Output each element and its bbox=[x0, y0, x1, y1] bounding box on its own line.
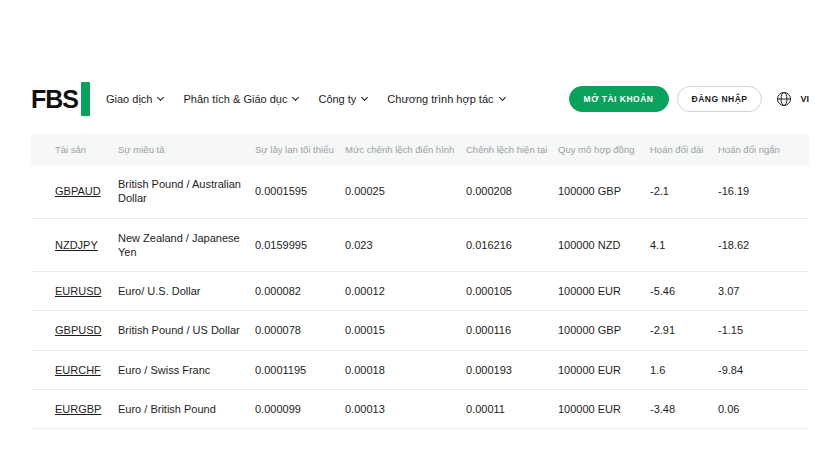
table-header-row: Tài sản Sự miêu tả Sự lây lan tối thiểu … bbox=[31, 134, 809, 165]
nav-item-chuong-trinh-hop-tac[interactable]: Chương trình hợp tác bbox=[387, 93, 504, 105]
contract-size-cell: 100000 GBP bbox=[558, 165, 650, 218]
swap-short-cell: -16.19 bbox=[718, 165, 809, 218]
swap-short-cell: -18.62 bbox=[718, 218, 809, 272]
fbs-logo[interactable]: FBS bbox=[31, 82, 90, 116]
table-row: GBPUSD British Pound / US Dollar 0.00007… bbox=[31, 311, 809, 350]
asset-link[interactable]: GBPUSD bbox=[55, 324, 101, 336]
spreads-table: Tài sản Sự miêu tả Sự lây lan tối thiểu … bbox=[31, 134, 809, 429]
asset-link[interactable]: GBPAUD bbox=[55, 185, 101, 197]
nav-item-label: Phân tích & Giáo dục bbox=[183, 93, 287, 105]
min-spread-cell: 0.0001595 bbox=[255, 165, 345, 218]
column-header-contract-size: Quy mô hợp đồng bbox=[558, 134, 650, 165]
asset-cell: NZDJPY bbox=[31, 218, 118, 272]
table-row: GBPAUD British Pound / Australian Dollar… bbox=[31, 165, 809, 218]
swap-long-cell: -2.1 bbox=[650, 165, 718, 218]
current-spread-cell: 0.000105 bbox=[466, 272, 558, 311]
asset-cell: EURCHF bbox=[31, 350, 118, 389]
open-account-button[interactable]: MỞ TÀI KHOẢN bbox=[569, 86, 669, 112]
description-cell: Euro/ U.S. Dollar bbox=[118, 272, 255, 311]
typical-spread-cell: 0.00013 bbox=[345, 390, 466, 429]
swap-long-cell: -2.91 bbox=[650, 311, 718, 350]
top-navigation: FBS Giao dịch Phân tích & Giáo dục Công … bbox=[31, 81, 809, 117]
typical-spread-cell: 0.023 bbox=[345, 218, 466, 272]
login-button[interactable]: ĐĂNG NHẬP bbox=[677, 86, 763, 112]
chevron-down-icon bbox=[292, 94, 299, 101]
contract-size-cell: 100000 GBP bbox=[558, 311, 650, 350]
chevron-down-icon bbox=[499, 94, 506, 101]
contract-size-cell: 100000 EUR bbox=[558, 350, 650, 389]
column-header-current-spread: Chênh lệch hiện tại bbox=[466, 134, 558, 165]
fbs-logo-text: FBS bbox=[31, 82, 78, 116]
asset-cell: GBPUSD bbox=[31, 311, 118, 350]
topbar-actions: MỞ TÀI KHOẢN ĐĂNG NHẬP VI bbox=[569, 86, 809, 112]
column-header-typical-spread: Mức chênh lệch điển hình bbox=[345, 134, 466, 165]
contract-size-cell: 100000 EUR bbox=[558, 390, 650, 429]
asset-cell: EURGBP bbox=[31, 390, 118, 429]
table-row: EURGBP Euro / British Pound 0.000099 0.0… bbox=[31, 390, 809, 429]
asset-link[interactable]: EURUSD bbox=[55, 285, 101, 297]
description-cell: New Zealand / Japanese Yen bbox=[118, 218, 255, 272]
main-nav: Giao dịch Phân tích & Giáo dục Công ty C… bbox=[106, 93, 505, 105]
nav-item-label: Công ty bbox=[318, 93, 356, 105]
swap-long-cell: 1.6 bbox=[650, 350, 718, 389]
swap-short-cell: 0.06 bbox=[718, 390, 809, 429]
nav-item-cong-ty[interactable]: Công ty bbox=[318, 93, 367, 105]
min-spread-cell: 0.0159995 bbox=[255, 218, 345, 272]
asset-link[interactable]: EURCHF bbox=[55, 364, 101, 376]
fbs-logo-green-bar bbox=[81, 82, 90, 116]
description-cell: British Pound / Australian Dollar bbox=[118, 165, 255, 218]
asset-cell: EURUSD bbox=[31, 272, 118, 311]
contract-size-cell: 100000 NZD bbox=[558, 218, 650, 272]
chevron-down-icon bbox=[157, 94, 164, 101]
current-spread-cell: 0.00011 bbox=[466, 390, 558, 429]
current-spread-cell: 0.000116 bbox=[466, 311, 558, 350]
contract-size-cell: 100000 EUR bbox=[558, 272, 650, 311]
column-header-swap-short: Hoán đổi ngắn bbox=[718, 134, 809, 165]
min-spread-cell: 0.000078 bbox=[255, 311, 345, 350]
column-header-swap-long: Hoán đổi dài bbox=[650, 134, 718, 165]
globe-icon[interactable] bbox=[776, 91, 792, 107]
typical-spread-cell: 0.00018 bbox=[345, 350, 466, 389]
min-spread-cell: 0.000099 bbox=[255, 390, 345, 429]
typical-spread-cell: 0.00012 bbox=[345, 272, 466, 311]
typical-spread-cell: 0.00025 bbox=[345, 165, 466, 218]
chevron-down-icon bbox=[361, 94, 368, 101]
asset-link[interactable]: NZDJPY bbox=[55, 239, 98, 251]
column-header-description: Sự miêu tả bbox=[118, 134, 255, 165]
current-spread-cell: 0.016216 bbox=[466, 218, 558, 272]
current-spread-cell: 0.000208 bbox=[466, 165, 558, 218]
asset-cell: GBPAUD bbox=[31, 165, 118, 218]
table-row: EURUSD Euro/ U.S. Dollar 0.000082 0.0001… bbox=[31, 272, 809, 311]
description-cell: Euro / British Pound bbox=[118, 390, 255, 429]
table-row: NZDJPY New Zealand / Japanese Yen 0.0159… bbox=[31, 218, 809, 272]
nav-item-label: Giao dịch bbox=[106, 93, 152, 105]
description-cell: Euro / Swiss Franc bbox=[118, 350, 255, 389]
description-cell: British Pound / US Dollar bbox=[118, 311, 255, 350]
typical-spread-cell: 0.00015 bbox=[345, 311, 466, 350]
swap-long-cell: -3.48 bbox=[650, 390, 718, 429]
asset-link[interactable]: EURGBP bbox=[55, 403, 101, 415]
swap-short-cell: -1.15 bbox=[718, 311, 809, 350]
min-spread-cell: 0.000082 bbox=[255, 272, 345, 311]
column-header-asset: Tài sản bbox=[31, 134, 118, 165]
nav-item-label: Chương trình hợp tác bbox=[387, 93, 493, 105]
swap-short-cell: 3.07 bbox=[718, 272, 809, 311]
swap-long-cell: 4.1 bbox=[650, 218, 718, 272]
language-label[interactable]: VI bbox=[800, 94, 809, 104]
swap-short-cell: -9.84 bbox=[718, 350, 809, 389]
column-header-min-spread: Sự lây lan tối thiểu bbox=[255, 134, 345, 165]
current-spread-cell: 0.000193 bbox=[466, 350, 558, 389]
nav-item-giao-dich[interactable]: Giao dịch bbox=[106, 93, 163, 105]
table-row: EURCHF Euro / Swiss Franc 0.0001195 0.00… bbox=[31, 350, 809, 389]
min-spread-cell: 0.0001195 bbox=[255, 350, 345, 389]
nav-item-phan-tich-giao-duc[interactable]: Phân tích & Giáo dục bbox=[183, 93, 298, 105]
page: FBS Giao dịch Phân tích & Giáo dục Công … bbox=[0, 0, 840, 429]
swap-long-cell: -5.46 bbox=[650, 272, 718, 311]
